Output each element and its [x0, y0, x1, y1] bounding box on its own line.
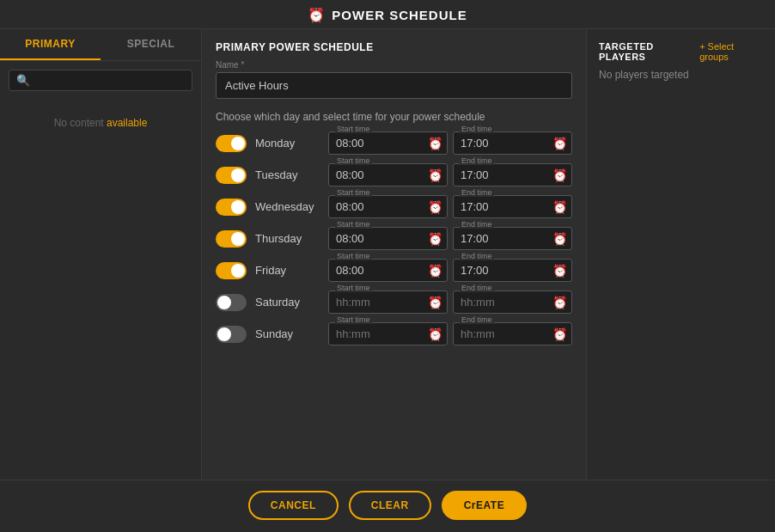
main-layout: PRIMARY SPECIAL 🔍 No content available P…: [0, 29, 775, 480]
start-time-input-tuesday[interactable]: [328, 163, 448, 187]
day-row: Friday Start time ⏰ End time ⏰: [216, 259, 572, 282]
clear-button[interactable]: CLEAR: [349, 491, 431, 520]
end-time-label: End time: [460, 125, 494, 133]
day-toggle-tuesday[interactable]: [216, 167, 247, 184]
end-time-label: End time: [460, 220, 494, 229]
start-time-label: Start time: [335, 252, 372, 260]
day-name-friday: Friday: [255, 264, 320, 277]
end-time-input-friday[interactable]: [453, 259, 572, 282]
day-toggle-friday[interactable]: [216, 262, 247, 279]
start-time-label: Start time: [335, 284, 372, 292]
day-toggle-sunday[interactable]: [216, 326, 247, 343]
end-time-input-monday[interactable]: [453, 131, 572, 155]
targeted-players-title: TARGETED PLAYERS: [599, 41, 699, 62]
schedule-instruction: Choose which day and select time for you…: [202, 107, 586, 131]
day-toggle-saturday[interactable]: [216, 294, 247, 311]
start-time-label: Start time: [335, 188, 372, 197]
start-time-input-sunday: [328, 322, 448, 345]
tab-primary[interactable]: PRIMARY: [0, 29, 101, 60]
day-name-saturday: Saturday: [255, 296, 320, 309]
day-toggle-monday[interactable]: [216, 135, 247, 152]
center-content: PRIMARY POWER SCHEDULE Name * Choose whi…: [202, 29, 586, 480]
end-time-label: End time: [460, 284, 494, 292]
day-row: Wednesday Start time ⏰ End time ⏰: [216, 195, 572, 218]
day-row: Thursday Start time ⏰ End time ⏰: [216, 227, 572, 250]
start-time-input-thursday[interactable]: [328, 227, 448, 250]
day-row: Monday Start time ⏰ End time ⏰: [216, 131, 572, 155]
time-group-tuesday: Start time ⏰ End time ⏰: [328, 163, 572, 187]
end-time-wrapper-thursday: End time ⏰: [453, 227, 572, 250]
start-time-wrapper-sunday: Start time ⏰: [328, 322, 448, 345]
end-time-wrapper-wednesday: End time ⏰: [453, 195, 572, 218]
footer: CANCEL CLEAR CrEATE: [0, 480, 775, 532]
end-time-label: End time: [460, 315, 494, 324]
end-time-input-saturday: [453, 290, 572, 314]
create-button[interactable]: CrEATE: [442, 491, 527, 520]
day-name-thursday: Thursday: [255, 232, 320, 245]
time-group-monday: Start time ⏰ End time ⏰: [328, 131, 572, 155]
no-content-label: No content available: [0, 100, 201, 146]
end-time-label: End time: [460, 156, 494, 165]
start-time-input-wednesday[interactable]: [328, 195, 448, 218]
start-time-wrapper-monday: Start time ⏰: [328, 131, 448, 155]
start-time-input-friday[interactable]: [328, 259, 448, 282]
start-time-wrapper-wednesday: Start time ⏰: [328, 195, 448, 218]
left-sidebar: PRIMARY SPECIAL 🔍 No content available: [0, 29, 202, 480]
end-time-label: End time: [460, 188, 494, 197]
day-name-sunday: Sunday: [255, 327, 320, 340]
start-time-wrapper-tuesday: Start time ⏰: [328, 163, 448, 187]
end-time-wrapper-sunday: End time ⏰: [453, 322, 572, 345]
end-time-wrapper-tuesday: End time ⏰: [453, 163, 572, 187]
time-group-wednesday: Start time ⏰ End time ⏰: [328, 195, 572, 218]
day-name-wednesday: Wednesday: [255, 200, 320, 213]
end-time-input-sunday: [453, 322, 572, 345]
page-title: POWER SCHEDULE: [332, 8, 467, 22]
day-name-tuesday: Tuesday: [255, 168, 320, 181]
search-area: 🔍: [0, 61, 201, 100]
time-group-thursday: Start time ⏰ End time ⏰: [328, 227, 572, 250]
name-field-label: Name *: [216, 60, 572, 70]
end-time-wrapper-monday: End time ⏰: [453, 131, 572, 155]
tab-special[interactable]: SPECIAL: [101, 29, 201, 60]
start-time-wrapper-friday: Start time ⏰: [328, 259, 448, 282]
end-time-wrapper-saturday: End time ⏰: [453, 290, 572, 314]
day-toggle-wednesday[interactable]: [216, 199, 247, 216]
start-time-label: Start time: [335, 220, 372, 229]
end-time-input-wednesday[interactable]: [453, 195, 572, 218]
day-toggle-thursday[interactable]: [216, 230, 247, 248]
cancel-button[interactable]: CANCEL: [248, 491, 339, 520]
day-rows: Monday Start time ⏰ End time ⏰ Tuesday: [202, 131, 586, 354]
start-time-input-saturday: [328, 290, 448, 314]
available-text: available: [107, 117, 147, 129]
end-time-wrapper-friday: End time ⏰: [453, 259, 572, 282]
page-header: ⏰ POWER SCHEDULE: [0, 0, 775, 29]
right-sidebar: TARGETED PLAYERS + Select groups No play…: [586, 29, 775, 480]
end-time-input-thursday[interactable]: [453, 227, 572, 250]
day-row: Sunday Start time ⏰ End time ⏰: [216, 322, 572, 345]
select-groups-link[interactable]: + Select groups: [699, 41, 763, 62]
clock-icon: ⏰: [308, 7, 325, 23]
time-group-sunday: Start time ⏰ End time ⏰: [328, 322, 572, 345]
end-time-label: End time: [460, 252, 494, 260]
search-icon: 🔍: [16, 74, 30, 87]
start-time-label: Start time: [335, 315, 372, 324]
name-field-wrapper: Name *: [202, 60, 586, 107]
time-group-friday: Start time ⏰ End time ⏰: [328, 259, 572, 282]
targeted-header: TARGETED PLAYERS + Select groups: [599, 41, 763, 62]
end-time-input-tuesday[interactable]: [453, 163, 572, 187]
start-time-input-monday[interactable]: [328, 131, 448, 155]
start-time-label: Start time: [335, 125, 372, 133]
schedule-name-input[interactable]: [216, 72, 572, 99]
no-players-text: No players targeted: [599, 69, 763, 81]
day-name-monday: Monday: [255, 137, 320, 150]
search-box[interactable]: 🔍: [9, 70, 192, 91]
start-time-wrapper-saturday: Start time ⏰: [328, 290, 448, 314]
day-row: Saturday Start time ⏰ End time ⏰: [216, 290, 572, 314]
day-row: Tuesday Start time ⏰ End time ⏰: [216, 163, 572, 187]
sidebar-tabs: PRIMARY SPECIAL: [0, 29, 201, 61]
search-input[interactable]: [35, 74, 185, 87]
schedule-section-title: PRIMARY POWER SCHEDULE: [202, 29, 586, 60]
start-time-wrapper-thursday: Start time ⏰: [328, 227, 448, 250]
start-time-label: Start time: [335, 156, 372, 165]
time-group-saturday: Start time ⏰ End time ⏰: [328, 290, 572, 314]
